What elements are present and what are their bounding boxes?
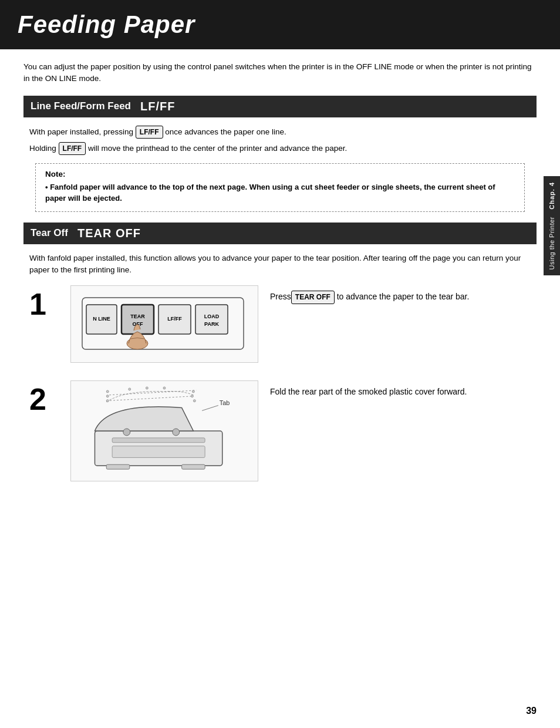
page-number: 39 [526, 706, 537, 716]
svg-point-15 [106, 400, 109, 402]
side-tab: Chap. 4 Using the Printer [544, 176, 560, 275]
main-content: You can adjust the paper position by usi… [0, 49, 560, 511]
svg-point-22 [146, 387, 148, 389]
svg-rect-31 [182, 464, 205, 469]
svg-text:PARK: PARK [204, 321, 219, 327]
section2-body: With fanfold paper installed, this funct… [23, 252, 537, 482]
lf-ff-button-label2: LF/FF [59, 142, 86, 155]
step2-image: Tab [70, 380, 258, 481]
svg-text:LOAD: LOAD [204, 314, 220, 319]
printer-svg: Tab [73, 381, 255, 481]
svg-point-17 [106, 390, 109, 393]
svg-line-14 [109, 390, 196, 395]
page-title: Feeding Paper [18, 11, 542, 39]
svg-point-23 [163, 387, 166, 389]
svg-point-18 [191, 395, 193, 397]
svg-text:Tab: Tab [220, 399, 230, 406]
lf-ff-button-label1: LF/FF [136, 126, 163, 139]
section2-header-sub: TEAR OFF [77, 227, 141, 240]
section1-header-sub: LF/FF [140, 100, 175, 113]
note-box: Note: • Fanfold paper will advance to th… [35, 163, 525, 212]
svg-text:TEAR: TEAR [130, 314, 145, 319]
svg-rect-30 [106, 464, 130, 469]
note-title: Note: [45, 170, 515, 178]
section1-para2: Holding LF/FF will move the printhead to… [29, 142, 531, 155]
steps-container: 1 N LINE TEAR OFF [29, 285, 531, 481]
step2-number: 2 [29, 384, 59, 414]
section1-header: Line Feed/Form Feed LF/FF [23, 96, 537, 117]
note-text: • Fanfold paper will advance to the top … [45, 181, 515, 204]
section2-intro: With fanfold paper installed, this funct… [29, 252, 531, 277]
svg-rect-26 [112, 438, 205, 443]
step1-desc: PressTEAR OFF to advance the paper to th… [270, 285, 531, 304]
svg-point-16 [106, 395, 109, 397]
side-tab-chap: Chap. 4 [548, 182, 555, 210]
svg-line-25 [202, 406, 218, 411]
step2-desc: Fold the rear part of the smoked plastic… [270, 380, 531, 398]
svg-point-28 [123, 429, 130, 436]
svg-point-20 [193, 400, 195, 402]
section1-header-main: Line Feed/Form Feed [31, 100, 131, 112]
page-header: Feeding Paper [0, 0, 560, 49]
step1-row: 1 N LINE TEAR OFF [29, 285, 531, 363]
section1-para1: With paper installed, pressing LF/FF onc… [29, 126, 531, 139]
svg-point-21 [129, 388, 131, 390]
intro-paragraph: You can adjust the paper position by usi… [23, 61, 537, 85]
step2-row: 2 [29, 380, 531, 481]
section2-header-main: Tear Off [31, 227, 68, 239]
step1-number: 1 [29, 289, 59, 319]
svg-line-13 [106, 396, 193, 401]
svg-text:LF/FF: LF/FF [167, 316, 182, 322]
tear-off-btn-label: TEAR OFF [291, 291, 335, 304]
svg-rect-27 [112, 446, 205, 458]
svg-text:N LINE: N LINE [93, 316, 110, 322]
svg-point-29 [173, 429, 180, 436]
side-tab-label: Using the Printer [548, 217, 555, 269]
section2-header: Tear Off TEAR OFF [23, 223, 537, 244]
keyboard-svg: N LINE TEAR OFF LF/FF LOAD PARK [73, 286, 255, 362]
svg-point-19 [192, 390, 194, 393]
section1-body: With paper installed, pressing LF/FF onc… [23, 126, 537, 212]
step1-image: N LINE TEAR OFF LF/FF LOAD PARK [70, 285, 258, 363]
